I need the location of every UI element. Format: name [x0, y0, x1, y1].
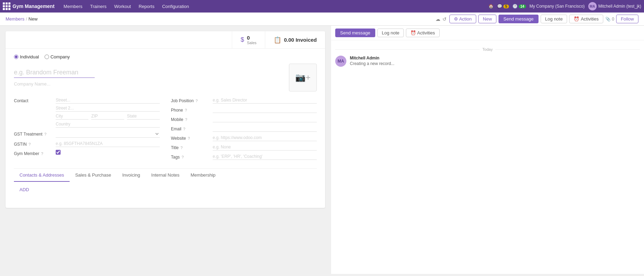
- home-icon[interactable]: 🏠: [488, 4, 494, 9]
- chatter-message: MA Mitchell Admin Creating a new record.…: [335, 56, 640, 67]
- tags-row: Tags ?: [171, 153, 317, 160]
- tab-sales[interactable]: Sales & Purchase: [70, 169, 117, 182]
- street2-input[interactable]: [56, 105, 160, 112]
- breadcrumb: Members / New: [6, 16, 433, 22]
- gst-help-icon[interactable]: ?: [44, 132, 46, 136]
- email-input[interactable]: [213, 125, 317, 132]
- invoiced-stat[interactable]: 📋 0.00 Invoiced: [265, 31, 325, 48]
- gym-member-help-icon[interactable]: ?: [41, 152, 43, 156]
- title-help-icon[interactable]: ?: [181, 146, 183, 150]
- job-position-label: Job Position ?: [171, 97, 213, 103]
- chatter-body: Today MA Mitchell Admin Creating a new r…: [331, 40, 644, 274]
- individual-radio[interactable]: [14, 55, 18, 59]
- save-icon[interactable]: ☁: [435, 16, 440, 22]
- send-message-button[interactable]: Send message: [498, 15, 539, 23]
- top-menu: Members Trainers Workout Reports Configu…: [60, 2, 489, 10]
- clock-badge: 14: [519, 5, 526, 8]
- user-menu[interactable]: MA Mitchell Admin (test_jk): [588, 2, 641, 10]
- app-logo[interactable]: Gym Management: [3, 2, 55, 10]
- discard-icon[interactable]: ↺: [442, 16, 447, 22]
- email-help-icon[interactable]: ?: [183, 127, 185, 131]
- tab-contacts[interactable]: Contacts & Addresses: [14, 169, 70, 182]
- stats-bar: $ 0 Sales 📋 0.00 Invoiced: [6, 31, 325, 49]
- mobile-help-icon[interactable]: ?: [185, 117, 187, 122]
- sales-icon: $: [241, 36, 244, 43]
- phone-input[interactable]: [213, 106, 317, 113]
- activities-button[interactable]: ⏰ Activities: [569, 15, 603, 23]
- new-button[interactable]: New: [478, 15, 496, 23]
- sales-value: 0: [247, 35, 257, 41]
- menu-members[interactable]: Members: [60, 2, 86, 10]
- tab-membership[interactable]: Membership: [185, 169, 221, 182]
- name-input[interactable]: [14, 67, 95, 78]
- website-input[interactable]: [213, 135, 317, 141]
- sales-stat[interactable]: $ 0 Sales: [232, 31, 265, 48]
- breadcrumb-sep: /: [26, 16, 27, 22]
- menu-workout[interactable]: Workout: [111, 2, 134, 10]
- photo-upload[interactable]: 📷+: [289, 64, 317, 91]
- chat-icon[interactable]: 💬 5: [497, 4, 509, 9]
- email-label: Email ?: [171, 125, 213, 131]
- tags-label: Tags ?: [171, 153, 213, 160]
- gym-member-row: Gym Member ?: [14, 150, 160, 156]
- street-input[interactable]: [56, 97, 160, 104]
- toolbar-icons: ☁ ↺: [435, 16, 447, 22]
- company-label: Company: [50, 54, 70, 59]
- mobile-label: Mobile ?: [171, 116, 213, 122]
- menu-configuration[interactable]: Configuration: [159, 2, 193, 10]
- action-button[interactable]: ⚙ Action: [449, 15, 476, 23]
- phone-help-icon[interactable]: ?: [185, 108, 187, 112]
- form-area: $ 0 Sales 📋 0.00 Invoiced: [0, 26, 331, 274]
- title-input[interactable]: [213, 144, 317, 151]
- state-input[interactable]: [127, 113, 160, 120]
- chatter-log-note[interactable]: Log note: [377, 29, 404, 37]
- company-name: My Company (San Francisco): [529, 4, 585, 9]
- follow-button[interactable]: Follow: [616, 15, 638, 23]
- message-author: Mitchell Admin: [350, 56, 394, 60]
- log-note-button[interactable]: Log note: [541, 15, 567, 23]
- user-avatar: MA: [588, 2, 597, 10]
- job-position-input[interactable]: [213, 97, 317, 104]
- gstin-input[interactable]: [56, 140, 160, 147]
- right-column: Job Position ? Phone ?: [171, 97, 317, 163]
- mobile-input[interactable]: [213, 116, 317, 122]
- website-row: Website ?: [171, 135, 317, 141]
- gstin-help-icon[interactable]: ?: [29, 142, 31, 146]
- country-input[interactable]: [56, 121, 160, 128]
- breadcrumb-parent[interactable]: Members: [6, 16, 24, 22]
- toolbar-right: ⚙ Action New Send message Log note ⏰ Act…: [449, 15, 638, 23]
- tab-invoicing[interactable]: Invoicing: [117, 169, 146, 182]
- gst-treatment-select[interactable]: [56, 130, 160, 138]
- tags-help-icon[interactable]: ?: [182, 155, 184, 159]
- mobile-row: Mobile ?: [171, 116, 317, 122]
- activities-clock-icon: ⏰: [574, 16, 579, 22]
- breadcrumb-current: New: [29, 16, 38, 22]
- menu-trainers[interactable]: Trainers: [87, 2, 110, 10]
- chatter-send-message[interactable]: Send message: [335, 29, 375, 37]
- individual-radio-label[interactable]: Individual: [14, 54, 39, 59]
- title-label: Title ?: [171, 144, 213, 150]
- menu-reports[interactable]: Reports: [135, 2, 158, 10]
- company-name-input[interactable]: [14, 80, 283, 88]
- tab-notes[interactable]: Internal Notes: [146, 169, 185, 182]
- job-position-help-icon[interactable]: ?: [196, 99, 198, 103]
- website-help-icon[interactable]: ?: [188, 136, 190, 140]
- gym-member-checkbox[interactable]: [56, 150, 61, 155]
- tabs-bar: Contacts & Addresses Sales & Purchase In…: [14, 168, 317, 181]
- add-button[interactable]: ADD: [19, 187, 29, 192]
- invoiced-icon: 📋: [274, 36, 281, 44]
- activities-label: Activities: [581, 16, 598, 22]
- sales-label: Sales: [247, 41, 257, 45]
- attachment-count: 0: [612, 17, 614, 22]
- chatter-activities[interactable]: ⏰ Activities: [406, 29, 439, 37]
- company-radio-label[interactable]: Company: [45, 54, 70, 59]
- city-input[interactable]: [56, 113, 88, 120]
- phone-row: Phone ?: [171, 106, 317, 113]
- phone-label: Phone ?: [171, 106, 213, 113]
- company-radio[interactable]: [45, 55, 49, 59]
- tab-content: ADD: [14, 181, 317, 202]
- zip-input[interactable]: [91, 113, 124, 120]
- tags-input[interactable]: [213, 153, 317, 160]
- clock-icon[interactable]: 🕐 14: [512, 4, 526, 9]
- individual-label: Individual: [20, 54, 39, 59]
